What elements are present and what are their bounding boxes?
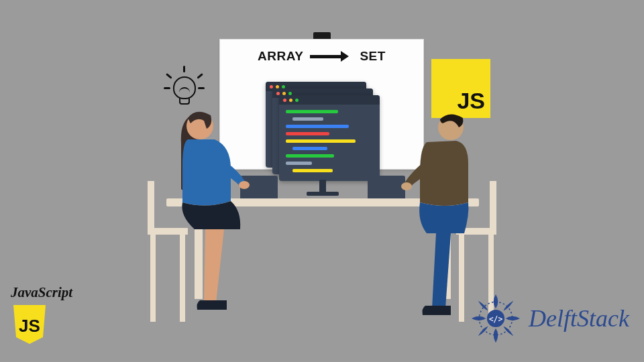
delftstack-mandala-icon: </> <box>468 291 523 346</box>
js-shield-icon: JS <box>11 304 48 345</box>
js-shield-text: JS <box>19 316 40 336</box>
delftstack-brand: </> DelftStack <box>468 291 629 346</box>
monitor-stand <box>312 180 333 200</box>
board-title: ARRAY SET <box>220 49 423 64</box>
board-word-set: SET <box>360 49 385 64</box>
svg-point-1 <box>239 181 250 189</box>
delftstack-text: DelftStack <box>529 304 629 333</box>
javascript-label-text: JavaScript <box>11 284 72 301</box>
whiteboard-hanger <box>313 32 331 39</box>
code-windows-stack <box>266 82 380 182</box>
person-right <box>384 107 484 322</box>
javascript-label-block: JavaScript JS <box>11 284 72 345</box>
arrow-right-icon <box>310 55 342 58</box>
svg-point-3 <box>401 182 412 190</box>
code-window <box>279 95 380 181</box>
board-word-array: ARRAY <box>258 49 303 64</box>
person-left <box>166 102 267 316</box>
svg-text:</>: </> <box>489 314 503 324</box>
